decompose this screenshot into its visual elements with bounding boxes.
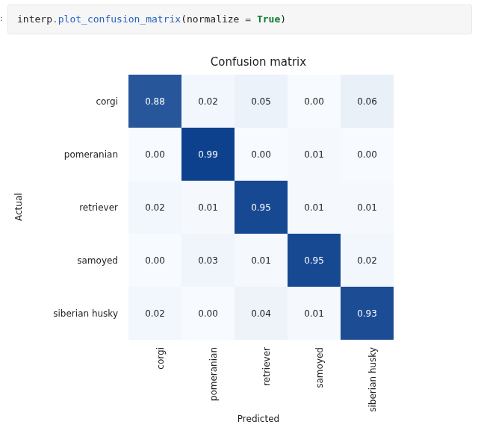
heatmap-cell: 0.00	[128, 128, 181, 181]
heatmap-cell: 0.02	[181, 75, 235, 128]
heatmap-cell: 0.01	[288, 181, 341, 234]
x-tick: samoyed	[288, 343, 341, 411]
code-token-equals: =	[239, 13, 256, 25]
heatmap-cell: 0.02	[128, 287, 181, 340]
heatmap-cell: 0.04	[235, 287, 288, 340]
x-tick: pomeranian	[181, 343, 235, 411]
heatmap-cell: 0.00	[235, 128, 288, 181]
y-tick: samoyed	[0, 234, 124, 287]
code-token-dot: .	[52, 13, 58, 25]
code-input[interactable]: interp.plot_confusion_matrix(normalize =…	[7, 4, 472, 34]
y-tick: retriever	[0, 181, 124, 234]
y-tick: siberian husky	[0, 287, 124, 340]
x-axis-label: Predicted	[0, 414, 478, 424]
heatmap-cell: 0.95	[288, 234, 341, 287]
heatmap-cell: 0.06	[341, 75, 394, 128]
x-tick: corgi	[128, 343, 181, 411]
x-tick: siberian husky	[341, 343, 394, 411]
x-tick-labels: corgi pomeranian retriever samoyed siber…	[128, 343, 394, 411]
plot-title: Confusion matrix	[0, 55, 478, 69]
heatmap-grid: 0.880.020.050.000.060.000.990.000.010.00…	[128, 75, 394, 340]
confusion-matrix-plot: Confusion matrix Actual Predicted corgi …	[0, 34, 478, 438]
heatmap-cell: 0.03	[181, 234, 235, 287]
heatmap-cell: 0.05	[235, 75, 288, 128]
heatmap-cell: 0.00	[341, 128, 394, 181]
prompt-marker: :	[0, 4, 7, 23]
y-tick: pomeranian	[0, 128, 124, 181]
heatmap-cell: 0.02	[128, 181, 181, 234]
code-token-lparen: (	[181, 13, 187, 25]
y-tick: corgi	[0, 75, 124, 128]
code-token-keyword: normalize	[187, 13, 239, 25]
code-token-object: interp	[17, 13, 52, 25]
heatmap-cell: 0.88	[128, 75, 181, 128]
code-token-method: plot_confusion_matrix	[58, 13, 181, 25]
heatmap-cell: 0.01	[235, 234, 288, 287]
heatmap-cell: 0.99	[181, 128, 235, 181]
y-tick-labels: corgi pomeranian retriever samoyed siber…	[0, 75, 124, 340]
heatmap-cell: 0.93	[341, 287, 394, 340]
heatmap-cell: 0.00	[288, 75, 341, 128]
code-cell: : interp.plot_confusion_matrix(normalize…	[0, 4, 472, 34]
code-token-bool: True	[257, 13, 280, 25]
code-token-rparen: )	[280, 13, 286, 25]
heatmap-cell: 0.01	[341, 181, 394, 234]
heatmap-cell: 0.01	[288, 287, 341, 340]
heatmap-cell: 0.95	[235, 181, 288, 234]
heatmap-cell: 0.00	[181, 287, 235, 340]
heatmap-cell: 0.01	[181, 181, 235, 234]
heatmap-cell: 0.01	[288, 128, 341, 181]
heatmap-cell: 0.02	[341, 234, 394, 287]
heatmap-cell: 0.00	[128, 234, 181, 287]
x-tick: retriever	[235, 343, 288, 411]
